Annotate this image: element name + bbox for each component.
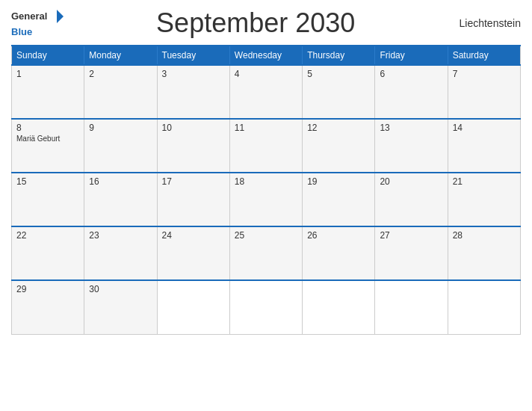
day-number: 16 [89,176,152,187]
header-monday: Monday [84,46,157,65]
day-number: 26 [307,230,370,241]
day-number: 6 [380,69,442,79]
day-number: 14 [453,123,516,133]
day-cell: 19 [303,173,375,226]
day-number: 27 [380,230,442,241]
day-cell: 23 [84,226,157,280]
day-cell: 13 [375,119,448,173]
logo-general: General [11,11,47,22]
day-cell: 8Mariä Geburt [12,119,84,173]
day-number: 1 [16,69,79,79]
day-number: 24 [162,230,225,241]
calendar-header: General Blue September 2030 Liechtenstei… [11,7,521,39]
day-number: 9 [89,123,152,133]
day-number: 28 [453,230,516,241]
day-cell: 18 [229,173,302,226]
day-cell: 2 [84,65,157,119]
day-number: 19 [307,176,370,187]
day-cell: 14 [448,119,520,173]
day-cell: 28 [448,226,520,280]
day-cell: 24 [157,226,229,280]
day-cell [229,280,302,334]
day-number: 18 [235,176,297,187]
day-cell: 29 [12,280,84,334]
day-number: 21 [453,176,516,187]
header-saturday: Saturday [448,46,520,65]
day-number: 30 [89,284,152,294]
week-row-3: 15161718192021 [12,173,521,226]
day-cell: 17 [157,173,229,226]
day-number: 12 [307,123,370,133]
day-number: 8 [16,123,79,133]
day-cell: 22 [12,226,84,280]
header-sunday: Sunday [12,46,84,65]
calendar-title: September 2030 [65,7,446,39]
day-number: 7 [453,69,516,79]
day-cell: 5 [303,65,375,119]
day-number: 3 [162,69,225,79]
week-row-4: 22232425262728 [12,226,521,280]
header-wednesday: Wednesday [229,46,302,65]
week-row-2: 8Mariä Geburt91011121314 [12,119,521,173]
day-cell [448,280,520,334]
day-cell [303,280,375,334]
day-number: 17 [162,176,225,187]
calendar-table: Sunday Monday Tuesday Wednesday Thursday… [11,45,521,335]
holiday-label: Mariä Geburt [16,135,79,143]
day-cell: 11 [229,119,302,173]
day-number: 2 [89,69,152,79]
logo-flag-icon [49,8,65,25]
header-friday: Friday [375,46,448,65]
week-row-1: 1234567 [12,65,521,119]
day-cell: 15 [12,173,84,226]
day-number: 23 [89,230,152,241]
day-cell: 26 [303,226,375,280]
day-cell: 10 [157,119,229,173]
day-cell: 1 [12,65,84,119]
day-number: 29 [16,284,79,294]
day-cell: 21 [448,173,520,226]
country-label: Liechtenstein [446,17,521,29]
day-cell: 3 [157,65,229,119]
day-number: 5 [307,69,370,79]
day-cell: 6 [375,65,448,119]
day-cell: 27 [375,226,448,280]
calendar-container: General Blue September 2030 Liechtenstei… [0,0,532,411]
header-tuesday: Tuesday [157,46,229,65]
logo: General Blue [11,8,65,38]
week-row-5: 2930 [12,280,521,334]
day-cell: 25 [229,226,302,280]
day-number: 13 [380,123,442,133]
svg-marker-0 [57,10,64,23]
day-number: 20 [380,176,442,187]
day-cell: 12 [303,119,375,173]
day-cell: 20 [375,173,448,226]
day-number: 4 [235,69,297,79]
day-cell: 9 [84,119,157,173]
header-thursday: Thursday [303,46,375,65]
day-cell [375,280,448,334]
day-cell [157,280,229,334]
day-cell: 30 [84,280,157,334]
day-number: 11 [235,123,297,133]
day-number: 25 [235,230,297,241]
day-cell: 16 [84,173,157,226]
weekday-header-row: Sunday Monday Tuesday Wednesday Thursday… [12,46,521,65]
logo-blue: Blue [11,26,32,37]
day-number: 10 [162,123,225,133]
day-number: 22 [16,230,79,241]
day-number: 15 [16,176,79,187]
day-cell: 7 [448,65,520,119]
day-cell: 4 [229,65,302,119]
